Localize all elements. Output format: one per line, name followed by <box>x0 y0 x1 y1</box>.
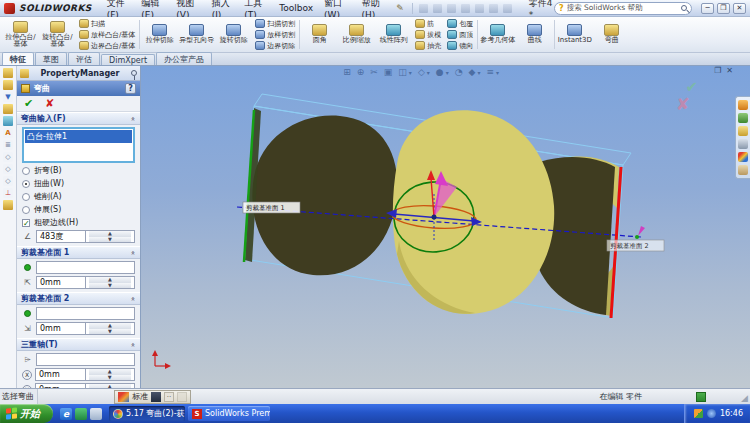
select-icon[interactable] <box>489 4 498 13</box>
pin-icon[interactable] <box>131 70 137 76</box>
plane1-selection-box[interactable] <box>36 261 135 274</box>
feature-instant3d-button[interactable]: Instant3D <box>556 18 593 51</box>
resize-grip[interactable]: ◢ <box>741 393 748 403</box>
feature-reference-geometry-button[interactable]: 参考几何体 <box>479 18 516 51</box>
pm-tree-icon[interactable] <box>20 69 29 78</box>
feature-draft-button[interactable]: 拔模 <box>415 30 441 40</box>
tab-sketch[interactable]: 草图 <box>35 52 67 65</box>
spinner[interactable]: ▲▼ <box>85 231 134 242</box>
more-options-icon[interactable]: ·· <box>164 392 174 402</box>
search-pane-icon[interactable] <box>738 139 748 149</box>
menu-toolbox[interactable]: Toolbox <box>274 2 318 14</box>
dropdown-caret[interactable]: ▾ <box>477 69 480 76</box>
triad-group-header[interactable]: 三重轴(T) » <box>17 338 140 351</box>
display-style-icon[interactable]: ◇ <box>418 67 425 77</box>
boss-extrude-feature-icon[interactable] <box>3 200 13 210</box>
zoom-area-icon[interactable]: ⊕ <box>357 67 365 77</box>
dropdown-caret[interactable]: ▾ <box>409 69 412 76</box>
feature-mirror-button[interactable]: 镜向 <box>447 41 473 51</box>
solidworks-resources-icon[interactable] <box>738 100 748 110</box>
show-desktop-icon[interactable] <box>90 408 102 420</box>
file-explorer-icon[interactable] <box>738 126 748 136</box>
taskbar-item-video[interactable]: 5.17 弯曲(2)-获... <box>109 406 185 421</box>
selected-body-item[interactable]: 凸台-拉伸1 <box>25 130 132 143</box>
twisting-radio[interactable]: 扭曲(W) <box>22 178 135 189</box>
view-orientation-icon[interactable]: ◫ <box>398 67 407 77</box>
plane1-distance-input[interactable]: 0mm ▲▼ <box>36 276 135 289</box>
feature-hole-wizard-button[interactable]: 异型孔向导 <box>178 18 215 51</box>
dropdown-caret[interactable]: ▾ <box>427 69 430 76</box>
doc-close-icon[interactable]: ✕ <box>726 66 733 75</box>
propertymanager-tab-icon[interactable] <box>3 80 13 90</box>
spinner[interactable]: ▲▼ <box>85 323 134 334</box>
top-plane-icon[interactable]: ◇ <box>3 164 13 174</box>
search-icon[interactable] <box>681 5 687 11</box>
spinner[interactable]: ▲▼ <box>85 277 134 288</box>
triad-center[interactable] <box>432 215 437 220</box>
appearances-icon[interactable] <box>738 165 748 175</box>
feature-boundary-boss-button[interactable]: 边界凸台/基体 <box>79 41 135 51</box>
right-plane-icon[interactable]: ◇ <box>3 176 13 186</box>
dropdown-caret[interactable]: ▾ <box>496 69 499 76</box>
annotations-icon[interactable]: A <box>3 128 13 138</box>
open-document-icon[interactable] <box>433 4 442 13</box>
previous-view-icon[interactable]: ✂ <box>370 67 378 77</box>
grid-status-icon[interactable] <box>696 392 706 402</box>
feature-boundary-cut-button[interactable]: 边界切除 <box>255 41 295 51</box>
trim-plane1-callout[interactable]: 剪裁基准面 1 <box>243 202 300 213</box>
new-document-icon[interactable] <box>419 4 428 13</box>
close-button[interactable]: ✕ <box>733 3 746 14</box>
view-settings-icon[interactable]: ≡ <box>486 67 494 77</box>
bodies-selection-listbox[interactable]: 凸台-拉伸1 <box>22 127 135 163</box>
spinner[interactable]: ▲▼ <box>85 369 135 380</box>
feature-wrap-button[interactable]: 包覆 <box>447 19 473 29</box>
feature-scale-button[interactable]: 比例缩放 <box>338 18 375 51</box>
feature-curves-button[interactable]: 曲线 <box>516 18 553 51</box>
sensors-folder-icon[interactable] <box>3 116 13 126</box>
origin-icon[interactable]: ⊥ <box>3 188 13 198</box>
confirmation-corner-cancel-icon[interactable]: ✘ <box>676 94 690 114</box>
doc-restore-icon[interactable]: ❐ <box>714 66 721 75</box>
trim-plane1-group-header[interactable]: 剪裁基准面 1 » <box>17 246 140 259</box>
feature-lofted-cut-button[interactable]: 放样切割 <box>255 30 295 40</box>
print-icon[interactable] <box>461 4 470 13</box>
undo-icon[interactable] <box>475 4 484 13</box>
browser-quicklaunch-icon[interactable]: e <box>60 408 72 420</box>
search-input[interactable]: 搜索 SolidWorks 帮助 <box>567 3 678 13</box>
apply-scene-icon[interactable]: ◆ <box>469 67 476 77</box>
tray-app-icon[interactable] <box>694 409 703 418</box>
featuremanager-tab-icon[interactable] <box>3 68 13 78</box>
sketch-pencil-icon[interactable]: ✎ <box>396 3 404 13</box>
restore-button[interactable]: ❐ <box>717 3 730 14</box>
taskbar-item-solidworks[interactable]: S SolidWorks Premi... <box>188 406 270 421</box>
trim-plane2-callout[interactable]: 剪裁基准面 2 <box>607 240 664 251</box>
angle-value[interactable]: 483度 <box>37 231 85 242</box>
distance-value[interactable]: 0mm <box>37 278 85 287</box>
standard-views-icon[interactable] <box>118 392 129 402</box>
feature-revolved-boss-button[interactable]: 旋转凸台/基体 <box>39 18 76 51</box>
front-plane-icon[interactable]: ◇ <box>3 152 13 162</box>
feature-revolved-cut-button[interactable]: 旋转切除 <box>215 18 252 51</box>
pm-help-button[interactable]: ? <box>125 83 136 94</box>
twist-angle-input[interactable]: 483度 ▲▼ <box>36 230 135 243</box>
triad-x-value[interactable]: 0mm <box>36 370 85 379</box>
flex-input-group-header[interactable]: 弯曲输入(F) » <box>17 112 140 125</box>
tray-volume-icon[interactable] <box>707 409 716 418</box>
rebuild-icon[interactable] <box>503 4 512 13</box>
feature-lofted-boss-button[interactable]: 放样凸台/基体 <box>79 30 135 40</box>
tab-dimxpert[interactable]: DimXpert <box>101 54 155 65</box>
save-icon[interactable] <box>447 4 456 13</box>
media-player-quicklaunch-icon[interactable] <box>75 408 87 420</box>
feature-extruded-boss-button[interactable]: 拉伸凸台/基体 <box>2 18 39 51</box>
feature-fillet-button[interactable]: 圆角 <box>301 18 338 51</box>
shaded-view-icon[interactable] <box>151 392 161 402</box>
trim-plane2-group-header[interactable]: 剪裁基准面 2 » <box>17 292 140 305</box>
tapering-radio[interactable]: 锥削(A) <box>22 191 135 202</box>
help-search-box[interactable]: ? 搜索 SolidWorks 帮助 <box>554 2 692 15</box>
feature-flex-button[interactable]: 弯曲 <box>593 18 630 51</box>
feature-swept-cut-button[interactable]: 扫描切割 <box>255 19 295 29</box>
feature-dome-button[interactable]: 圆顶 <box>447 30 473 40</box>
hard-edges-checkbox[interactable]: ✓ 粗硬边线(H) <box>22 217 135 228</box>
zoom-fit-icon[interactable]: ⊞ <box>343 67 351 77</box>
feature-swept-boss-button[interactable]: 扫描 <box>79 19 135 29</box>
